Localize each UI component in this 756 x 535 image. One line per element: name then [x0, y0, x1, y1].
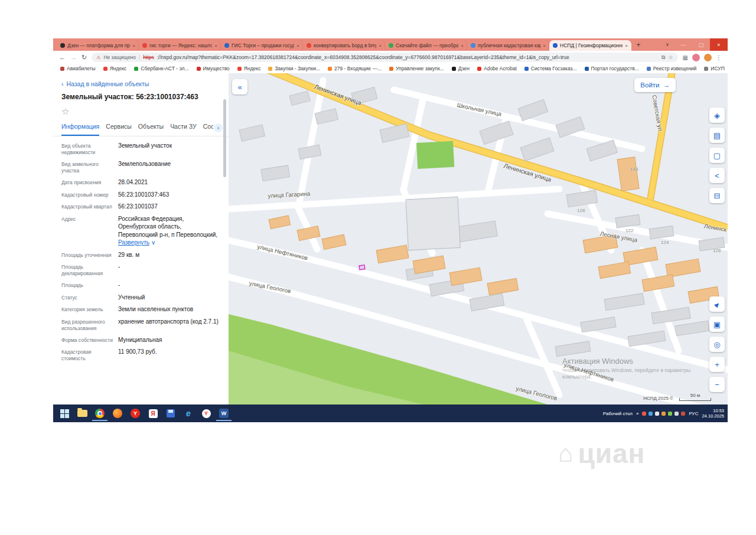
- browser-tab[interactable]: конвертировать bорд в bmp о×: [303, 40, 385, 51]
- tab-close-icon[interactable]: ×: [296, 43, 299, 48]
- info-row: АдресРоссийская Федерация, Оренбургская …: [61, 215, 221, 247]
- bookmark-item[interactable]: Сбербанк-АСТ - эл...: [134, 66, 188, 71]
- info-row: Вид разрешенного использованияхранение а…: [61, 318, 221, 332]
- zoom-out-icon[interactable]: −: [709, 377, 725, 392]
- tab-close-icon[interactable]: ×: [379, 43, 382, 48]
- forward-icon[interactable]: →: [70, 54, 77, 61]
- bookmark-item[interactable]: Система Госзаказ...: [524, 66, 577, 71]
- bookmark-star-icon[interactable]: ☆: [668, 54, 673, 60]
- collapse-panel-button[interactable]: «: [232, 79, 247, 94]
- tab-search-icon[interactable]: ∨: [660, 42, 674, 47]
- locate-icon[interactable]: ▶: [709, 296, 725, 312]
- selected-parcel[interactable]: [359, 265, 365, 270]
- explorer-taskbar-button[interactable]: [74, 406, 90, 421]
- reload-icon[interactable]: ↻: [82, 54, 87, 61]
- desktop-label[interactable]: Рабочий стол: [603, 411, 633, 416]
- bookmark-item[interactable]: Adobe Acrobat: [477, 66, 517, 71]
- chrome-taskbar-button[interactable]: [92, 406, 107, 421]
- yandex-2-taskbar-button[interactable]: Y: [198, 406, 214, 421]
- tab-close-icon[interactable]: ×: [214, 43, 217, 48]
- browser-tab[interactable]: Дзен — платформа для просм×: [57, 40, 139, 51]
- bookmark-item[interactable]: Имущество: [197, 66, 230, 71]
- yandex-search-taskbar-button[interactable]: Я: [145, 406, 161, 421]
- browser-tab[interactable]: ГИС Торги – продажи государс×: [221, 40, 303, 51]
- search-object-icon[interactable]: ◎: [709, 337, 725, 352]
- bookmark-label: Дзен: [458, 66, 470, 71]
- tray-icon-5[interactable]: [668, 412, 672, 416]
- tray-icon-3[interactable]: [655, 412, 659, 416]
- screenshot-icon[interactable]: ▣: [709, 317, 725, 332]
- info-row-label: Адрес: [61, 215, 118, 247]
- url-text: ://nspd.gov.ru/map?thematic=PKK&zoom=17.…: [157, 54, 659, 60]
- bookmark-item[interactable]: Авиабилеты: [60, 66, 96, 71]
- info-row-label: Площадь уточненная: [61, 251, 118, 259]
- profile-avatar[interactable]: [692, 54, 700, 61]
- login-button[interactable]: Войти →: [634, 78, 676, 92]
- bookmark-item[interactable]: 279 - Входящие —...: [328, 66, 382, 71]
- favorite-star-icon[interactable]: ☆: [61, 106, 69, 117]
- floppy-icon: [167, 409, 175, 417]
- ie-icon: e: [186, 409, 191, 418]
- language-indicator[interactable]: РУС: [689, 411, 698, 416]
- tab-Информация[interactable]: Информация: [61, 123, 99, 136]
- panel-scrollbar[interactable]: [223, 99, 226, 177]
- bookmark-item[interactable]: Реестр извещений: [647, 66, 697, 71]
- copy-link-icon[interactable]: ⧉: [662, 54, 665, 61]
- new-tab-button[interactable]: +: [633, 40, 644, 50]
- page-title: Земельный участок: 56:23:1001037:463: [61, 93, 198, 101]
- bookmark-item[interactable]: Дзен: [452, 66, 470, 71]
- tab-Сост[interactable]: Сост: [203, 123, 213, 136]
- browser-menu-icon[interactable]: ⋮: [716, 54, 722, 61]
- tab-Объекты[interactable]: Объекты: [138, 123, 164, 136]
- tab-close-icon[interactable]: ×: [461, 43, 464, 48]
- zoom-in-icon[interactable]: +: [709, 357, 725, 372]
- browser-tab[interactable]: публичная кадастровая карта —×: [467, 40, 549, 51]
- layers-icon[interactable]: ◈: [709, 107, 725, 123]
- clock[interactable]: 10:53 24.10.2025: [702, 408, 724, 419]
- bookmark-item[interactable]: ИСУП: [704, 66, 724, 71]
- bookmark-item[interactable]: Закупки - Закупки...: [268, 66, 320, 71]
- tray-icon-6[interactable]: [674, 412, 679, 416]
- layers-icon-glyph: ◈: [714, 111, 720, 120]
- browser-tab[interactable]: Скачайте файл — преобразова×: [385, 40, 467, 51]
- expand-link[interactable]: Развернуть∨: [118, 239, 155, 247]
- tab-close-icon[interactable]: ×: [132, 43, 135, 48]
- bookmark-favicon-icon: [647, 67, 651, 71]
- internet-explorer-taskbar-button[interactable]: e: [181, 406, 196, 421]
- url-input[interactable]: ⚠ Не защищено | https ://nspd.gov.ru/map…: [92, 53, 677, 62]
- tab-close-icon[interactable]: ×: [543, 43, 546, 48]
- extensions-icon[interactable]: ▦: [683, 54, 688, 61]
- print-icon[interactable]: ⊟: [709, 188, 725, 203]
- firefox-taskbar-button[interactable]: [110, 406, 125, 421]
- map-canvas[interactable]: « Войти → ◈▤▢<⊟ ▶▣◎+− Активация Windows …: [229, 73, 728, 404]
- bookmark-item[interactable]: Яндекс: [103, 66, 127, 71]
- tray-icon-4[interactable]: [662, 412, 666, 416]
- back-icon[interactable]: ←: [59, 54, 66, 61]
- account-avatar[interactable]: [704, 54, 712, 61]
- start-taskbar-button[interactable]: [57, 406, 72, 421]
- tab-Части ЗУ[interactable]: Части ЗУ: [170, 123, 197, 136]
- yandex-browser-taskbar-button[interactable]: Y: [128, 406, 143, 421]
- hidden-icons-chevron[interactable]: »: [636, 411, 638, 416]
- browser-tab[interactable]: НСПД | Геоинформационный п×: [549, 40, 631, 51]
- tray-icon-7[interactable]: [681, 412, 685, 416]
- tab-close-icon[interactable]: ×: [625, 43, 628, 48]
- bookmark-item[interactable]: Портал государств...: [585, 66, 639, 71]
- minimize-button[interactable]: —: [674, 38, 692, 51]
- bookmark-favicon-icon: [389, 67, 393, 71]
- browser-tab[interactable]: гис торги — Яндекс: нашлось 1×: [139, 40, 221, 51]
- more-tabs-button[interactable]: ›: [214, 123, 223, 132]
- back-to-results-link[interactable]: ‹ Назад в найденные объекты: [61, 80, 149, 87]
- measure-icon[interactable]: ▤: [709, 128, 725, 143]
- share-icon[interactable]: <: [709, 168, 725, 183]
- select-area-icon[interactable]: ▢: [709, 148, 725, 163]
- bookmark-item[interactable]: Управление закупк...: [389, 66, 444, 71]
- save-taskbar-button[interactable]: [163, 406, 178, 421]
- tab-Сервисы[interactable]: Сервисы: [106, 123, 132, 136]
- tray-icon-2[interactable]: [649, 412, 653, 416]
- word-taskbar-button[interactable]: W: [216, 406, 232, 421]
- bookmark-item[interactable]: Яндекс: [237, 66, 261, 71]
- maximize-button[interactable]: ▢: [692, 38, 710, 51]
- close-button[interactable]: ×: [710, 38, 728, 51]
- tray-icon-1[interactable]: [642, 412, 646, 416]
